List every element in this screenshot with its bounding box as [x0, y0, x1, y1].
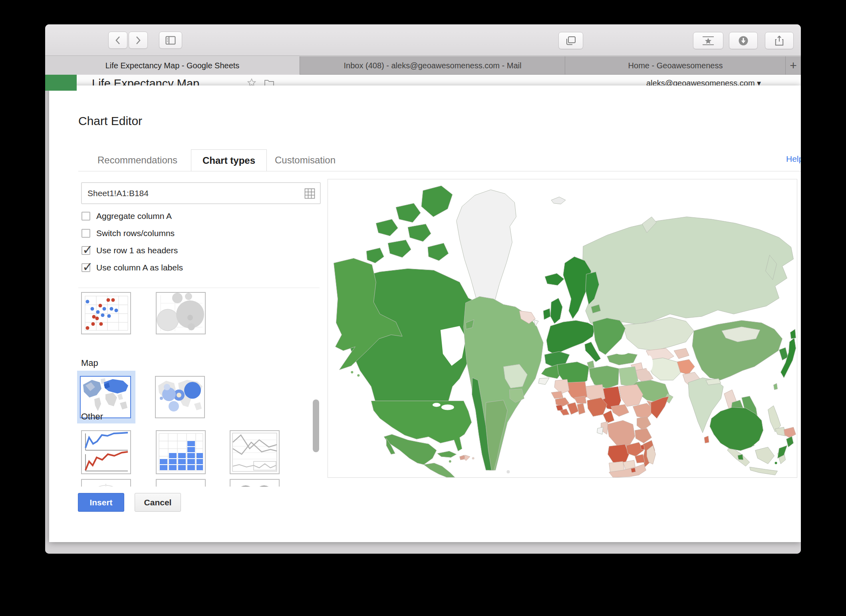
downloads-button[interactable]: [729, 32, 758, 49]
trend-lines-icon: [82, 431, 130, 473]
chart-type-radar-partial[interactable]: [81, 479, 131, 487]
chart-type-parallel-lines[interactable]: [230, 430, 280, 474]
chart-type-partial-row: [81, 479, 283, 487]
sheets-logo: [45, 75, 77, 91]
tab-chart-types[interactable]: Chart types: [191, 149, 267, 171]
sidebar-icon: [165, 36, 176, 45]
sheets-title-clip: Life Expectancy Map aleks@geoawesomeness…: [45, 75, 801, 85]
browser-toolbar: docs.google.com: [45, 24, 801, 56]
document-title: Life Expectancy Map: [92, 77, 199, 85]
scatter-chart-icon: [82, 293, 130, 334]
share-button[interactable]: [765, 32, 794, 49]
safari-window: docs.google.com: [45, 24, 801, 554]
section-label-map: Map: [81, 358, 98, 368]
panel-scrollbar-thumb[interactable]: [313, 399, 319, 452]
bookmarks-star-icon: [701, 36, 715, 46]
checkmark-icon: ✓: [82, 259, 93, 274]
insert-button[interactable]: Insert: [78, 493, 124, 512]
chart-type-bubble[interactable]: [156, 292, 206, 334]
chevron-right-icon: [135, 36, 141, 45]
browser-tabbar: Life Expectancy Map - Google Sheets Inbo…: [45, 56, 801, 75]
page-content: Life Expectancy Map aleks@geoawesomeness…: [45, 75, 801, 554]
checkbox-box[interactable]: [81, 212, 90, 221]
new-tab-button[interactable]: +: [786, 56, 801, 75]
section-label-other: Other: [81, 411, 103, 422]
radar-chart-icon: [82, 480, 130, 487]
chevron-left-icon: [115, 36, 121, 45]
browser-tab-home[interactable]: Home - Geoawesomeness: [566, 56, 786, 75]
section-divider: [78, 288, 320, 288]
download-icon: [738, 36, 749, 46]
dialog-title: Chart Editor: [78, 114, 142, 128]
plus-icon: +: [790, 59, 797, 72]
data-range-input[interactable]: [87, 183, 291, 203]
geo-map-markers-icon: [156, 377, 204, 417]
account-email[interactable]: aleks@geoawesomeness.com ▾: [646, 78, 761, 85]
tabrow-divider: [78, 171, 801, 171]
screenshot-stage: docs.google.com: [0, 0, 846, 616]
checkmark-icon: ✓: [82, 242, 93, 257]
map-preview: [328, 179, 797, 478]
chart-type-gauge-partial[interactable]: [156, 479, 206, 487]
favorite-star-icon[interactable]: [247, 78, 256, 85]
parallel-lines-icon: [230, 431, 279, 473]
bubble-chart-icon: [157, 293, 205, 334]
help-link[interactable]: Help: [786, 154, 801, 164]
tab-recommendations[interactable]: Recommendations: [97, 149, 177, 171]
histogram-icon: [157, 431, 205, 473]
browser-tab-sheets[interactable]: Life Expectancy Map - Google Sheets: [45, 56, 300, 75]
chart-type-scatter[interactable]: [81, 292, 131, 334]
select-range-grid-icon[interactable]: [304, 188, 315, 199]
venn-chart-icon: [230, 480, 279, 487]
back-button[interactable]: [108, 32, 127, 49]
forward-button[interactable]: [129, 32, 148, 49]
chart-type-geo-map-markers[interactable]: [155, 376, 205, 418]
checkbox-box[interactable]: [81, 229, 90, 238]
chart-type-venn-partial[interactable]: [230, 479, 280, 487]
share-icon: [775, 35, 784, 46]
chart-type-trend-lines[interactable]: [81, 430, 131, 474]
gauge-chart-icon: [157, 480, 205, 487]
bookmarks-button[interactable]: [693, 32, 723, 49]
folder-icon[interactable]: [264, 79, 274, 85]
data-range-box: [81, 182, 321, 204]
sidebar-toggle-button[interactable]: [159, 32, 182, 49]
world-choropleth-map: [328, 179, 797, 477]
tab-customisation[interactable]: Customisation: [275, 149, 336, 171]
cancel-button[interactable]: Cancel: [135, 493, 181, 512]
tab-overview-button[interactable]: [558, 32, 583, 49]
tab-overview-icon: [566, 36, 576, 46]
browser-tab-mail[interactable]: Inbox (408) - aleks@geoawesomeness.com -…: [300, 56, 565, 75]
caret-down-icon: ▾: [757, 79, 761, 85]
chart-editor-dialog: Chart Editor Recommendations Chart types…: [49, 85, 801, 542]
chart-type-histogram[interactable]: [156, 430, 206, 474]
